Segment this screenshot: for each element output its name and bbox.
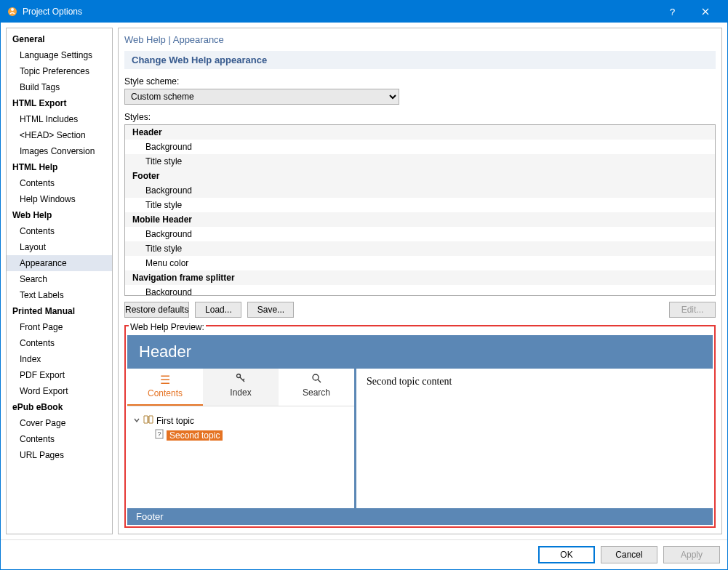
svg-point-3: [313, 374, 319, 380]
sidebar-item-url-pages[interactable]: URL Pages: [7, 447, 112, 463]
project-options-window: Project Options ? GeneralLanguage Settin…: [0, 0, 728, 570]
main-panel: Web Help | Appearance Change Web Help ap…: [118, 28, 722, 534]
sidebar-category-web-help[interactable]: Web Help: [7, 207, 112, 223]
preview-tabs: ☰ Contents Index: [127, 369, 354, 406]
svg-point-2: [237, 374, 241, 378]
sidebar-item-index[interactable]: Index: [7, 351, 112, 367]
style-item-title-style[interactable]: Title style: [125, 241, 715, 256]
sidebar-item-search[interactable]: Search: [7, 271, 112, 287]
close-button[interactable]: [689, 1, 721, 23]
scheme-label: Style scheme:: [124, 76, 716, 87]
sidebar-item-topic-preferences[interactable]: Topic Preferences: [7, 63, 112, 79]
list-icon: ☰: [127, 373, 203, 387]
edit-button: Edit...: [669, 302, 716, 318]
titlebar: Project Options ?: [1, 1, 727, 23]
sidebar-item-images-conversion[interactable]: Images Conversion: [7, 143, 112, 159]
preview-header: Header: [127, 335, 713, 369]
restore-defaults-button[interactable]: Restore defaults: [124, 302, 189, 318]
sidebar-item-contents[interactable]: Contents: [7, 223, 112, 239]
style-item-background[interactable]: Background: [125, 285, 715, 296]
sidebar-item-help-windows[interactable]: Help Windows: [7, 191, 112, 207]
dialog-body: GeneralLanguage SettingsTopic Preference…: [1, 23, 727, 539]
style-group-mobile-header[interactable]: Mobile Header: [125, 212, 715, 227]
category-sidebar[interactable]: GeneralLanguage SettingsTopic Preference…: [6, 28, 113, 534]
sidebar-item-language-settings[interactable]: Language Settings: [7, 47, 112, 63]
ok-button[interactable]: OK: [538, 546, 595, 563]
sidebar-category-general[interactable]: General: [7, 31, 112, 47]
load-button[interactable]: Load...: [195, 302, 241, 318]
style-group-footer[interactable]: Footer: [125, 169, 715, 183]
tab-search[interactable]: Search: [279, 369, 354, 406]
preview-tree[interactable]: First topic ? Second topic: [127, 406, 354, 450]
help-button[interactable]: ?: [656, 1, 689, 23]
web-help-preview: Header ☰ Contents: [127, 335, 713, 525]
sidebar-item-contents[interactable]: Contents: [7, 431, 112, 447]
style-item-background[interactable]: Background: [125, 140, 715, 154]
app-icon: [7, 6, 18, 17]
sidebar-item--head-section[interactable]: <HEAD> Section: [7, 127, 112, 143]
style-scheme-select[interactable]: Custom scheme: [124, 89, 399, 105]
style-item-title-style[interactable]: Title style: [125, 154, 715, 169]
book-icon: [143, 415, 153, 426]
apply-button: Apply: [663, 546, 720, 563]
style-buttons-row: Restore defaults Load... Save... Edit...: [124, 302, 716, 318]
sidebar-category-epub-ebook[interactable]: ePub eBook: [7, 399, 112, 415]
preview-label: Web Help Preview:: [129, 322, 206, 332]
styles-list[interactable]: HeaderBackgroundTitle styleFooterBackgro…: [124, 124, 716, 296]
style-item-background[interactable]: Background: [125, 183, 715, 198]
sidebar-category-html-export[interactable]: HTML Export: [7, 95, 112, 111]
search-icon: [279, 373, 354, 386]
tab-index[interactable]: Index: [203, 369, 279, 406]
preview-frame: Web Help Preview: Header ☰ Contents: [124, 325, 716, 528]
sidebar-item-appearance[interactable]: Appearance: [7, 255, 112, 271]
styles-label: Styles:: [124, 112, 716, 122]
page-icon: ?: [155, 429, 164, 441]
sidebar-item-pdf-export[interactable]: PDF Export: [7, 367, 112, 383]
style-group-header[interactable]: Header: [125, 125, 715, 140]
sidebar-item-contents[interactable]: Contents: [7, 335, 112, 351]
section-title: Change Web Help appearance: [124, 51, 716, 69]
key-icon: [203, 373, 279, 386]
cancel-button[interactable]: Cancel: [601, 546, 657, 563]
preview-footer: Footer: [127, 508, 713, 525]
svg-point-1: [11, 8, 14, 11]
window-title: Project Options: [23, 7, 656, 17]
tree-item-first[interactable]: First topic: [133, 414, 348, 428]
preview-content: Second topic content: [356, 369, 462, 508]
tab-contents[interactable]: ☰ Contents: [127, 369, 203, 406]
sidebar-item-front-page[interactable]: Front Page: [7, 319, 112, 335]
tree-item-second[interactable]: ? Second topic: [155, 428, 348, 443]
sidebar-item-cover-page[interactable]: Cover Page: [7, 415, 112, 431]
sidebar-item-text-labels[interactable]: Text Labels: [7, 287, 112, 303]
breadcrumb: Web Help | Appearance: [124, 34, 716, 45]
chevron-down-icon: [133, 416, 140, 426]
style-item-background[interactable]: Background: [125, 227, 715, 241]
sidebar-item-word-export[interactable]: Word Export: [7, 383, 112, 399]
sidebar-item-build-tags[interactable]: Build Tags: [7, 79, 112, 95]
svg-text:?: ?: [157, 430, 161, 438]
sidebar-item-layout[interactable]: Layout: [7, 239, 112, 255]
dialog-footer: OK Cancel Apply: [1, 539, 727, 569]
sidebar-item-html-includes[interactable]: HTML Includes: [7, 111, 112, 127]
sidebar-category-html-help[interactable]: HTML Help: [7, 159, 112, 175]
save-button[interactable]: Save...: [247, 302, 294, 318]
sidebar-item-contents[interactable]: Contents: [7, 175, 112, 191]
style-item-menu-color[interactable]: Menu color: [125, 256, 715, 270]
style-group-navigation-frame-splitter[interactable]: Navigation frame splitter: [125, 270, 715, 285]
sidebar-category-printed-manual[interactable]: Printed Manual: [7, 303, 112, 319]
style-item-title-style[interactable]: Title style: [125, 198, 715, 212]
